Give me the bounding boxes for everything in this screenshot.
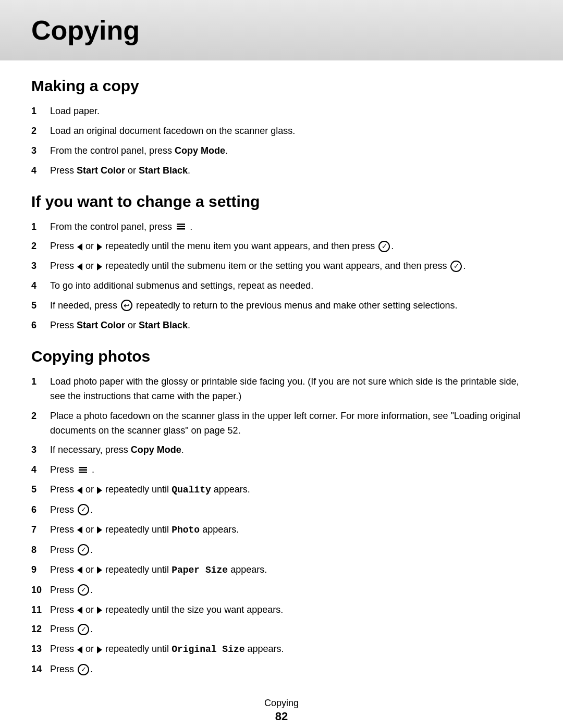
left-arrow-icon (77, 646, 82, 653)
list-item: 13 Press or repeatedly until Original Si… (31, 642, 532, 657)
left-arrow-icon (77, 243, 82, 251)
page-header: Copying (0, 0, 563, 60)
right-arrow-icon (97, 646, 102, 653)
right-arrow-icon (97, 263, 102, 270)
right-arrow-icon (97, 566, 102, 574)
svg-rect-5 (79, 472, 87, 473)
right-arrow-icon (97, 526, 102, 534)
section2-steps: 1 From the control panel, press . 2 Pres… (31, 220, 532, 333)
left-arrow-icon (77, 263, 82, 270)
list-item: 4 Press Start Color or Start Black. (31, 164, 532, 178)
list-item: 3 If necessary, press Copy Mode. (31, 443, 532, 458)
ok-icon: ✓ (78, 504, 89, 515)
svg-rect-0 (177, 224, 185, 225)
list-item: 2 Place a photo facedown on the scanner … (31, 409, 532, 438)
ok-icon: ✓ (78, 544, 89, 556)
menu-icon (77, 464, 92, 475)
section1-steps: 1 Load paper. 2 Load an original documen… (31, 104, 532, 178)
section3-title: Copying photos (31, 348, 532, 365)
list-item: 6 Press Start Color or Start Black. (31, 318, 532, 333)
page-footer: Copying 82 (31, 698, 532, 728)
left-arrow-icon (77, 607, 82, 614)
back-icon: ↩ (121, 300, 132, 311)
right-arrow-icon (97, 487, 102, 494)
list-item: 10 Press ✓. (31, 583, 532, 598)
list-item: 2 Load an original document facedown on … (31, 124, 532, 139)
right-arrow-icon (97, 607, 102, 614)
svg-rect-3 (79, 467, 87, 468)
list-item: 1 From the control panel, press . (31, 220, 532, 235)
list-item: 2 Press or repeatedly until the menu ite… (31, 239, 532, 254)
list-item: 3 From the control panel, press Copy Mod… (31, 144, 532, 158)
section1-title: Making a copy (31, 77, 532, 95)
left-arrow-icon (77, 526, 82, 534)
ok-icon: ✓ (378, 241, 390, 252)
list-item: 3 Press or repeatedly until the submenu … (31, 259, 532, 274)
ok-icon: ✓ (78, 664, 89, 675)
ok-icon: ✓ (450, 261, 462, 272)
menu-icon (175, 221, 190, 232)
ok-icon: ✓ (78, 624, 89, 635)
list-item: 12 Press ✓. (31, 622, 532, 637)
section2-title: If you want to change a setting (31, 193, 532, 211)
list-item: 4 To go into additional submenus and set… (31, 279, 532, 293)
list-item: 8 Press ✓. (31, 543, 532, 558)
list-item: 5 Press or repeatedly until Quality appe… (31, 483, 532, 498)
svg-rect-2 (177, 228, 185, 230)
list-item: 11 Press or repeatedly until the size yo… (31, 603, 532, 618)
list-item: 1 Load paper. (31, 104, 532, 119)
list-item: 9 Press or repeatedly until Paper Size a… (31, 563, 532, 578)
page-title: Copying (31, 15, 532, 46)
list-item: 1 Load photo paper with the glossy or pr… (31, 375, 532, 404)
footer-page: 82 (31, 710, 532, 723)
list-item: 6 Press ✓. (31, 503, 532, 517)
list-item: 5 If needed, press ↩ repeatedly to retur… (31, 299, 532, 313)
svg-rect-1 (177, 226, 185, 227)
list-item: 4 Press . (31, 463, 532, 477)
list-item: 14 Press ✓. (31, 662, 532, 677)
svg-rect-4 (79, 469, 87, 471)
section3-steps: 1 Load photo paper with the glossy or pr… (31, 375, 532, 677)
footer-label: Copying (264, 698, 299, 708)
ok-icon: ✓ (78, 584, 89, 596)
right-arrow-icon (97, 243, 102, 251)
left-arrow-icon (77, 487, 82, 494)
left-arrow-icon (77, 566, 82, 574)
list-item: 7 Press or repeatedly until Photo appear… (31, 523, 532, 538)
